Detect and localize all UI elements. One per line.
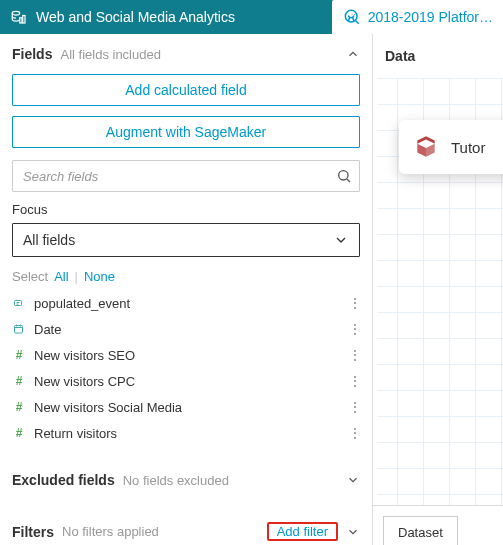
select-none-link[interactable]: None [84, 269, 115, 284]
focus-value: All fields [23, 232, 75, 248]
filters-subtitle: No filters applied [62, 524, 159, 539]
field-menu-button[interactable]: ⋮ [342, 348, 368, 362]
chevron-up-icon [346, 47, 360, 61]
field-row[interactable]: #New visitors CPC⋮ [12, 368, 368, 394]
field-name: New visitors Social Media [34, 400, 334, 415]
field-row[interactable]: #Return visitors⋮ [12, 420, 368, 446]
field-name: New visitors SEO [34, 348, 334, 363]
search-icon [336, 168, 352, 184]
hash-type-icon: # [12, 400, 26, 414]
data-header: Data [373, 34, 503, 78]
field-name: Date [34, 322, 334, 337]
excluded-subtitle: No fields excluded [123, 473, 229, 488]
fields-header[interactable]: Fields All fields included [0, 34, 372, 74]
cube-icon [413, 134, 439, 160]
svg-rect-1 [20, 18, 22, 23]
field-row[interactable]: populated_event⋮ [12, 290, 368, 316]
svg-rect-12 [15, 326, 23, 334]
svg-line-6 [355, 21, 358, 24]
fields-title: Fields [12, 46, 52, 62]
field-menu-button[interactable]: ⋮ [342, 322, 368, 336]
field-row[interactable]: #New visitors SEO⋮ [12, 342, 368, 368]
bottom-tabs: Dataset [373, 505, 503, 545]
add-filter-link[interactable]: Add filter [269, 520, 336, 543]
augment-label: Augment with SageMaker [106, 124, 266, 140]
augment-sagemaker-button[interactable]: Augment with SageMaker [12, 116, 360, 148]
left-panel: Fields All fields included Add calculate… [0, 34, 373, 545]
field-name: New visitors CPC [34, 374, 334, 389]
excluded-fields-header[interactable]: Excluded fields No fields excluded [0, 458, 372, 502]
right-panel: Data Tutor Dataset [373, 34, 503, 545]
field-name: populated_event [34, 296, 334, 311]
top-bar: Web and Social Media Analytics 2018-2019… [0, 0, 503, 34]
field-menu-button[interactable]: ⋮ [342, 400, 368, 414]
separator: | [75, 269, 78, 284]
topbar-left: Web and Social Media Analytics [0, 8, 332, 26]
date-type-icon [12, 323, 26, 335]
search-wrap [12, 160, 360, 192]
focus-select[interactable]: All fields [12, 223, 360, 257]
page-title: Web and Social Media Analytics [36, 9, 235, 25]
svg-point-5 [354, 14, 355, 15]
excluded-title: Excluded fields [12, 472, 115, 488]
main: Fields All fields included Add calculate… [0, 34, 503, 545]
select-label: Select [12, 269, 48, 284]
svg-point-0 [12, 11, 20, 15]
add-calculated-field-button[interactable]: Add calculated field [12, 74, 360, 106]
add-calculated-label: Add calculated field [125, 82, 246, 98]
chevron-down-icon [346, 525, 360, 539]
platform-picker[interactable]: 2018-2019 Platfor… [332, 0, 503, 34]
tutorial-card[interactable]: Tutor [399, 120, 503, 174]
filters-header[interactable]: Filters No filters applied Add filter [0, 508, 372, 545]
hash-type-icon: # [12, 348, 26, 362]
tab-dataset[interactable]: Dataset [383, 516, 458, 545]
hash-type-icon: # [12, 426, 26, 440]
analytics-icon [10, 8, 28, 26]
svg-line-8 [347, 179, 350, 182]
svg-point-3 [345, 10, 357, 22]
tab-dataset-label: Dataset [398, 525, 443, 540]
fields-subtitle: All fields included [60, 47, 160, 62]
search-fields-input[interactable] [12, 160, 360, 192]
svg-point-4 [351, 14, 352, 15]
hash-type-icon: # [12, 374, 26, 388]
svg-point-7 [339, 171, 348, 180]
field-row[interactable]: #New visitors Social Media⋮ [12, 394, 368, 420]
field-name: Return visitors [34, 426, 334, 441]
svg-rect-2 [23, 16, 25, 24]
focus-label: Focus [12, 202, 360, 217]
tutorial-card-text: Tutor [451, 139, 485, 156]
select-all-link[interactable]: All [54, 269, 68, 284]
canvas-grid[interactable]: Tutor [377, 78, 503, 505]
field-menu-button[interactable]: ⋮ [342, 426, 368, 440]
filters-title: Filters [12, 524, 54, 540]
platform-label: 2018-2019 Platfor… [368, 9, 493, 25]
select-row: Select All | None [0, 257, 372, 290]
field-row[interactable]: Date⋮ [12, 316, 368, 342]
fields-list: populated_event⋮Date⋮#New visitors SEO⋮#… [0, 290, 372, 452]
add-filter-highlight: Add filter [267, 522, 338, 541]
string-type-icon [12, 297, 26, 309]
chevron-down-icon [333, 232, 349, 248]
field-actions: Add calculated field Augment with SageMa… [0, 74, 372, 148]
chevron-down-icon [346, 473, 360, 487]
field-menu-button[interactable]: ⋮ [342, 296, 368, 310]
insight-icon [342, 7, 362, 27]
focus-block: Focus All fields [0, 192, 372, 257]
field-menu-button[interactable]: ⋮ [342, 374, 368, 388]
